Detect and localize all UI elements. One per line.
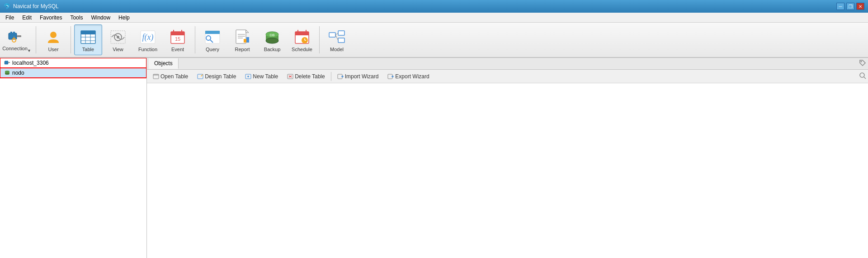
content-area — [147, 83, 868, 258]
svg-rect-31 — [244, 39, 246, 43]
design-table-label: Design Table — [205, 73, 236, 80]
new-table-icon — [245, 73, 251, 80]
svg-rect-52 — [8, 62, 10, 63]
svg-point-55 — [5, 73, 9, 75]
menu-help[interactable]: Help — [115, 14, 133, 22]
connection-icon — [7, 29, 23, 45]
query-button[interactable]: Query — [198, 24, 226, 55]
svg-rect-18 — [171, 32, 184, 35]
action-sep-1 — [331, 72, 331, 81]
import-wizard-button[interactable]: Import Wizard — [333, 72, 383, 81]
event-label: Event — [171, 47, 184, 52]
right-panel: Objects Open Table — [147, 58, 868, 258]
connection-tree-icon — [4, 60, 10, 66]
function-label: Function — [138, 47, 157, 52]
toolbar-sep-4 — [319, 26, 320, 53]
tree-item-nodo[interactable]: nodo — [0, 68, 146, 78]
delete-table-icon — [287, 73, 293, 80]
toolbar: Connection ▼ User Table — [0, 23, 868, 58]
new-table-label: New Table — [253, 73, 278, 80]
backup-button[interactable]: DB Backup — [258, 24, 286, 55]
svg-rect-51 — [7, 61, 8, 62]
menu-favorites[interactable]: Favorites — [36, 14, 66, 22]
model-icon — [328, 29, 346, 46]
menu-window[interactable]: Window — [87, 14, 114, 22]
main-area: localhost_3306 nodo Objects — [0, 58, 868, 258]
view-icon — [109, 29, 127, 46]
svg-rect-38 — [295, 32, 309, 35]
query-label: Query — [206, 47, 219, 52]
localhost-label: localhost_3306 — [12, 60, 49, 66]
event-icon: 15 — [169, 29, 187, 46]
svg-rect-44 — [329, 33, 335, 37]
svg-rect-46 — [338, 38, 344, 43]
svg-rect-30 — [246, 37, 249, 43]
export-wizard-button[interactable]: Export Wizard — [383, 72, 433, 81]
design-table-icon — [197, 73, 203, 80]
table-icon — [79, 29, 97, 46]
objects-bar: Objects — [147, 58, 868, 70]
svg-rect-23 — [205, 31, 220, 34]
report-label: Report — [235, 47, 250, 52]
svg-rect-49 — [5, 61, 8, 64]
svg-line-48 — [335, 35, 338, 40]
tree-item-localhost[interactable]: localhost_3306 — [0, 58, 146, 68]
app-icon: 🐬 — [4, 3, 10, 10]
svg-rect-2 — [13, 32, 15, 34]
import-wizard-icon — [337, 73, 344, 80]
user-button[interactable]: User — [39, 24, 67, 55]
table-button[interactable]: Table — [74, 24, 102, 55]
report-button[interactable]: Report — [228, 24, 256, 55]
search-icon[interactable] — [859, 72, 866, 81]
database-tree-icon — [4, 70, 10, 76]
user-icon — [44, 29, 62, 46]
model-label: Model — [330, 47, 344, 52]
connection-label: Connection — [2, 46, 28, 51]
svg-rect-50 — [5, 61, 6, 62]
model-button[interactable]: Model — [323, 24, 351, 55]
report-icon — [233, 29, 251, 46]
function-button[interactable]: f(x) Function — [134, 24, 162, 55]
user-label: User — [48, 47, 58, 52]
title-left: 🐬 Navicat for MySQL — [4, 3, 59, 10]
objects-tab[interactable]: Objects — [149, 58, 179, 69]
connection-button[interactable]: Connection — [4, 24, 26, 55]
open-table-button[interactable]: Open Table — [149, 72, 192, 81]
export-wizard-icon — [387, 73, 394, 80]
svg-rect-1 — [10, 32, 12, 34]
toolbar-sep-3 — [195, 26, 195, 53]
minimize-button[interactable]: ─ — [836, 3, 844, 10]
schedule-label: Schedule — [292, 47, 312, 52]
svg-point-68 — [860, 73, 864, 77]
restore-button[interactable]: ❐ — [846, 3, 854, 10]
svg-rect-3 — [17, 35, 21, 37]
window-controls: ─ ❐ ✕ — [836, 3, 864, 10]
schedule-icon — [293, 29, 311, 46]
menu-file[interactable]: File — [2, 14, 18, 22]
svg-point-34 — [266, 38, 278, 43]
menu-tools[interactable]: Tools — [66, 14, 86, 22]
event-button[interactable]: 15 Event — [164, 24, 192, 55]
query-icon — [203, 29, 222, 46]
svg-rect-0 — [9, 33, 17, 39]
schedule-button[interactable]: Schedule — [288, 24, 316, 55]
svg-text:f(x): f(x) — [142, 33, 154, 42]
delete-table-button[interactable]: Delete Table — [283, 72, 329, 81]
menu-edit[interactable]: Edit — [19, 14, 35, 22]
app-title: Navicat for MySQL — [13, 3, 59, 10]
svg-point-56 — [861, 61, 862, 62]
tag-icon — [859, 59, 866, 68]
close-button[interactable]: ✕ — [856, 3, 864, 10]
menu-bar: File Edit Favorites Tools Window Help — [0, 13, 868, 23]
open-table-label: Open Table — [160, 73, 188, 80]
svg-text:15: 15 — [175, 36, 180, 42]
backup-icon: DB — [263, 29, 281, 46]
backup-label: Backup — [264, 47, 281, 52]
design-table-button[interactable]: Design Table — [193, 72, 240, 81]
view-button[interactable]: View — [104, 24, 132, 55]
open-table-icon — [153, 73, 159, 80]
new-table-button[interactable]: New Table — [241, 72, 282, 81]
connection-dropdown[interactable]: ▼ — [26, 24, 33, 55]
svg-text:DB: DB — [269, 33, 274, 37]
import-wizard-label: Import Wizard — [345, 73, 379, 80]
